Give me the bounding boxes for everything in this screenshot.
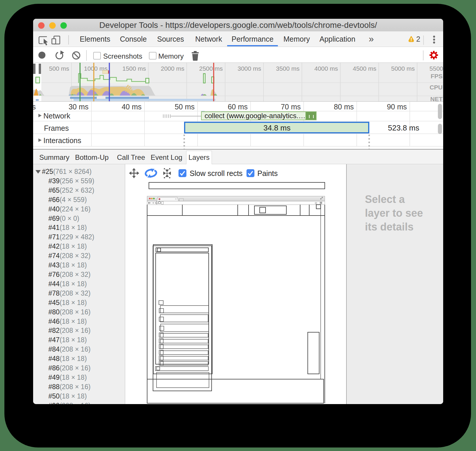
svg-text:2000 ms: 2000 ms [161, 65, 184, 72]
svg-text:70 ms: 70 ms [281, 103, 301, 111]
svg-text:collect (www.google-analytics.: collect (www.google-analytics.… [205, 112, 305, 120]
svg-text:s: s [33, 103, 36, 111]
svg-text:4500 ms: 4500 ms [353, 65, 376, 72]
svg-text:NET: NET [430, 96, 443, 102]
svg-text:80 ms: 80 ms [334, 103, 354, 111]
svg-text:5000 ms: 5000 ms [391, 65, 415, 72]
svg-text:50 ms: 50 ms [175, 103, 195, 111]
svg-text:3500 ms: 3500 ms [276, 65, 300, 72]
svg-text:CPU: CPU [430, 84, 443, 91]
svg-text:2500 ms: 2500 ms [199, 65, 223, 72]
svg-text:40 ms: 40 ms [122, 103, 142, 111]
svg-text:90 ms: 90 ms [387, 103, 407, 111]
svg-text:34.8 ms: 34.8 ms [264, 123, 291, 132]
svg-text:4000 ms: 4000 ms [314, 65, 338, 72]
svg-text:5500: 5500 [429, 65, 443, 72]
svg-text:FPS: FPS [431, 73, 443, 79]
svg-text:523.8 ms: 523.8 ms [388, 123, 419, 132]
svg-text:500 ms: 500 ms [49, 65, 69, 72]
svg-text:Network: Network [43, 112, 70, 120]
svg-text:30 ms: 30 ms [69, 103, 89, 111]
svg-text:Frames: Frames [44, 124, 69, 132]
svg-text:60 ms: 60 ms [228, 103, 248, 111]
svg-text:1500 ms: 1500 ms [122, 65, 146, 72]
svg-text:Interactions: Interactions [43, 136, 81, 145]
svg-text:3000 ms: 3000 ms [237, 65, 261, 72]
